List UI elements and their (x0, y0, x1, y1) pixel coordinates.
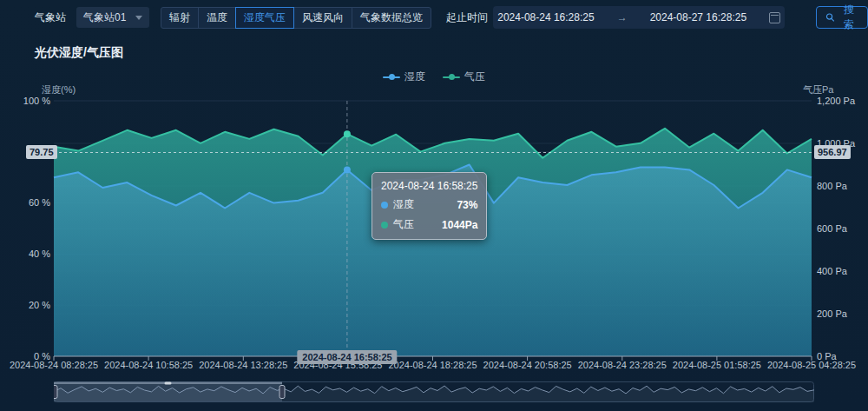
tooltip-title: 2024-08-24 16:58:25 (381, 180, 477, 192)
calendar-icon[interactable] (769, 12, 780, 23)
left-axis-tick-label: 20 % (0, 300, 50, 310)
x-axis-tick-label: 2024-08-24 20:58:25 (483, 360, 572, 370)
tab-radiation[interactable]: 辐射 (161, 7, 199, 29)
range-label: 起止时间 (446, 10, 488, 25)
search-icon (825, 12, 835, 23)
tooltip: 2024-08-24 16:58:25 湿度73%气压1044Pa (372, 172, 487, 240)
humidity-markline-badge: 79.75 (26, 145, 57, 159)
tab-wind[interactable]: 风速风向 (293, 7, 352, 29)
right-axis-tick-label: 200 Pa (817, 308, 847, 319)
chart-title: 光伏湿度/气压图 (35, 45, 123, 61)
legend: 湿度气压 (0, 70, 868, 84)
datazoom-slider[interactable] (54, 381, 814, 402)
series-dot-icon (381, 202, 388, 209)
station-select-value: 气象站01 (83, 10, 126, 25)
right-axis-tick-label: 0 Pa (817, 351, 837, 361)
date-range-picker[interactable]: 2024-08-24 16:28:25 → 2024-08-27 16:28:2… (493, 6, 785, 29)
x-axis-tick-label: 2024-08-24 23:28:25 (578, 360, 667, 370)
legend-marker-icon (383, 76, 400, 78)
legend-label: 气压 (464, 70, 485, 84)
legend-marker-icon (443, 76, 460, 78)
range-start-value[interactable]: 2024-08-24 16:28:25 (497, 11, 594, 23)
range-end-value[interactable]: 2024-08-27 16:28:25 (650, 11, 746, 23)
humidity-highlight-dot[interactable] (344, 166, 351, 173)
left-axis-tick-label: 0 % (0, 351, 50, 361)
series-dot-icon (381, 222, 388, 229)
tooltip-series-name: 湿度 (393, 197, 414, 212)
view-tabs: 辐射 温度 湿度气压 风速风向 气象数据总览 (161, 7, 431, 29)
tooltip-series-name: 气压 (393, 217, 414, 232)
pressure-markline-badge: 956.97 (814, 145, 851, 159)
left-axis-tick-label: 100 % (0, 96, 50, 106)
x-axis-tick-label: 2024-08-24 08:28:25 (10, 360, 98, 370)
left-axis-tick-label: 40 % (0, 249, 50, 259)
tooltip-series-value: 73% (443, 199, 477, 211)
topbar: 气象站 气象站01 辐射 温度 湿度气压 风速风向 气象数据总览 起止时间 20… (0, 0, 868, 35)
x-axis-tick-label: 2024-08-24 10:58:25 (104, 360, 193, 370)
tooltip-row: 湿度73% (381, 197, 477, 212)
axis-pointer-label: 2024-08-24 16:58:25 (297, 350, 397, 364)
legend-item-气压[interactable]: 气压 (443, 70, 485, 84)
legend-item-湿度[interactable]: 湿度 (383, 70, 425, 84)
station-select[interactable]: 气象站01 (76, 7, 149, 28)
tab-temperature[interactable]: 温度 (198, 7, 236, 29)
range-arrow-icon: → (617, 11, 628, 23)
left-axis-tick-label: 60 % (0, 197, 50, 208)
station-label: 气象站 (35, 10, 66, 25)
search-button-label: 搜索 (839, 3, 858, 32)
right-axis-tick-label: 600 Pa (817, 223, 847, 234)
weather-dashboard: 气象站 气象站01 辐射 温度 湿度气压 风速风向 气象数据总览 起止时间 20… (0, 0, 868, 411)
x-axis-tick-label: 2024-08-25 01:58:25 (673, 360, 761, 370)
tab-humidity-pressure[interactable]: 湿度气压 (235, 7, 294, 29)
tooltip-row: 气压1044Pa (381, 217, 477, 232)
slider-right-handle[interactable] (279, 386, 285, 399)
slider-left-handle[interactable] (54, 386, 57, 399)
x-axis-tick-label: 2024-08-25 04:28:25 (767, 360, 856, 370)
chevron-down-icon (135, 16, 142, 20)
right-axis-tick-label: 800 Pa (817, 181, 847, 191)
slider-selection[interactable] (54, 382, 282, 401)
tooltip-series-value: 1044Pa (428, 219, 477, 231)
slider-move-handle-icon[interactable] (165, 382, 172, 385)
x-axis-tick-label: 2024-08-24 13:28:25 (199, 360, 287, 370)
right-axis-tick-label: 1,200 Pa (817, 96, 855, 106)
legend-label: 湿度 (404, 70, 425, 84)
x-axis-tick-label: 2024-08-24 18:28:25 (388, 360, 477, 370)
tab-overview[interactable]: 气象数据总览 (352, 7, 431, 29)
search-button[interactable]: 搜索 (816, 6, 868, 29)
pressure-highlight-dot[interactable] (344, 130, 351, 137)
right-axis-tick-label: 400 Pa (817, 266, 847, 276)
